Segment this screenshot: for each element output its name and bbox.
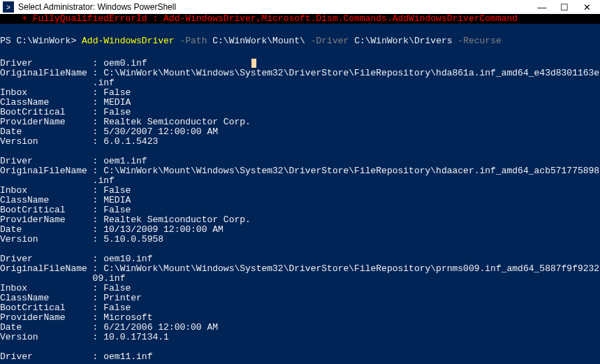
param-path: -Path	[175, 36, 207, 46]
error-prefix: + FullyQualifiedErrorId :	[0, 13, 163, 24]
ps-prompt: PS C:\WinWork>	[0, 36, 82, 46]
blank-line	[0, 24, 600, 34]
param-driver: -Driver	[305, 36, 349, 46]
param-recurse: -Recurse	[453, 36, 502, 46]
error-message: Add-WindowsDriver,Microsoft.Dism.Command…	[163, 13, 518, 24]
blank-line	[0, 49, 600, 59]
window-controls: — ☐ ✕	[537, 2, 597, 13]
maximize-button[interactable]: ☐	[559, 2, 569, 13]
minimize-button[interactable]: —	[537, 2, 547, 13]
error-line: + FullyQualifiedErrorId : Add-WindowsDri…	[0, 14, 600, 24]
value-path: C:\WinWork\Mount\	[207, 36, 305, 46]
window-titlebar: > Select Administrator: Windows PowerShe…	[0, 0, 600, 14]
window-title: Select Administrator: Windows PowerShell	[18, 2, 537, 12]
terminal-output[interactable]: + FullyQualifiedErrorId : Add-WindowsDri…	[0, 14, 600, 362]
cmdlet-name: Add-WindowsDriver	[82, 36, 175, 46]
prompt-line: PS C:\WinWork> Add-WindowsDriver -Path C…	[0, 34, 600, 49]
close-button[interactable]: ✕	[582, 2, 592, 13]
driver-list-output: Driver : oem0.inf OriginalFileName : C:\…	[0, 59, 600, 362]
text-cursor	[251, 59, 256, 68]
value-driver: C:\WinWork\Drivers	[349, 36, 452, 46]
powershell-icon: >	[3, 1, 14, 13]
